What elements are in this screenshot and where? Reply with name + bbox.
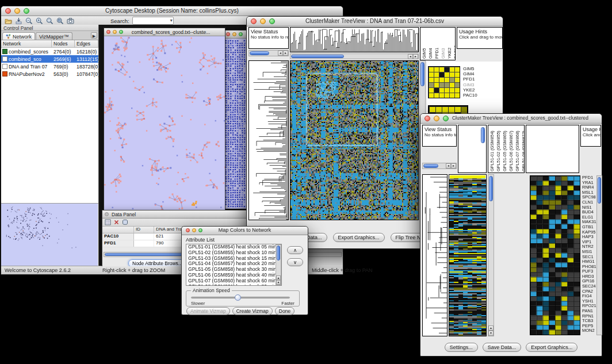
tab-vizmapper[interactable]: VizMapper™	[36, 32, 72, 40]
zoom-fit-icon[interactable]	[56, 17, 64, 25]
create-vizmap-button[interactable]: Create Vizmap	[232, 307, 273, 315]
scroll-thumb[interactable]	[598, 177, 601, 204]
gene-vscrollbar[interactable]	[596, 175, 602, 335]
tab-overflow-button[interactable]: ▶	[91, 32, 97, 39]
global-heatmap[interactable]	[290, 61, 418, 220]
network-list-item[interactable]: RNAPuberNov2563(0)107847(0)	[1, 70, 98, 78]
status-hscrollbar[interactable]: ◂ ▸	[422, 163, 457, 169]
zoom-out-icon[interactable]	[25, 17, 33, 25]
network-list-item[interactable]: combined_scores2764(0)16218(0)	[1, 48, 98, 55]
network-overview[interactable]	[1, 204, 98, 266]
close-icon[interactable]	[5, 8, 11, 14]
scroll-left-icon[interactable]: ◂	[278, 51, 283, 56]
slider-thumb[interactable]	[235, 294, 241, 301]
scroll-thumb[interactable]	[250, 51, 269, 55]
minimize-icon[interactable]	[113, 30, 117, 34]
scroll-thumb[interactable]	[481, 127, 485, 143]
zoom-row-label[interactable]: GIM3	[463, 82, 477, 87]
column-label[interactable]: PFD1	[434, 29, 439, 59]
attribute-list[interactable]: GPL51-01 (GSM854) heat shock 05 minGPL51…	[186, 244, 282, 286]
scroll-down-icon[interactable]: ▾	[488, 331, 494, 336]
scroll-thumb[interactable]	[420, 62, 424, 86]
zoom-in-icon[interactable]	[36, 17, 43, 25]
minimize-icon[interactable]	[14, 8, 20, 14]
move-down-button[interactable]: ∨	[287, 258, 303, 266]
column-label[interactable]: YKE2	[447, 29, 452, 59]
delete-attribute-icon[interactable]	[113, 219, 120, 225]
animate-vizmap-button[interactable]: Animate Vizmap	[186, 307, 230, 315]
tab-network[interactable]: Network	[2, 32, 35, 40]
column-label[interactable]: GIM5	[422, 29, 427, 59]
column-label[interactable]: GPL51-06 (GSM867)	[508, 127, 514, 171]
dialog-titlebar[interactable]: Map Colors to Network	[182, 227, 308, 235]
column-label[interactable]: GIM4	[428, 29, 433, 59]
column-dendrogram[interactable]	[290, 28, 418, 52]
close-icon[interactable]	[186, 228, 190, 232]
scroll-down-icon[interactable]: ▾	[276, 280, 281, 285]
status-hscrollbar[interactable]: ◂ ▸	[248, 50, 289, 56]
zoom-heatmap[interactable]	[530, 176, 580, 335]
scroll-thumb[interactable]	[489, 176, 493, 201]
save-data-button[interactable]: Save Data...	[483, 343, 522, 352]
import-network-icon[interactable]	[15, 17, 22, 25]
minimize-icon[interactable]	[260, 18, 266, 24]
scroll-thumb[interactable]	[423, 164, 438, 168]
column-label[interactable]: GPL51-08 (GSM872)	[521, 127, 525, 171]
row-dendrogram[interactable]	[423, 175, 447, 336]
attribute-matrix-icon[interactable]	[122, 219, 128, 225]
list-vscrollbar[interactable]: ▴ ▾	[276, 244, 281, 285]
move-up-button[interactable]: ∧	[287, 246, 303, 254]
heatmap-vscrollbar[interactable]: ▴ ▾	[488, 174, 494, 336]
network-list-item[interactable]: combined_sco2569(6)13112(15)	[1, 55, 98, 63]
network-list-item[interactable]: DNA and Tran 07769(0)183728(0)	[1, 63, 98, 70]
close-icon[interactable]	[106, 30, 110, 34]
zoom-row-label[interactable]: PFD1	[463, 76, 477, 82]
zoom-selected-icon[interactable]	[46, 17, 53, 25]
minimize-icon[interactable]	[232, 32, 236, 36]
attribute-list-item[interactable]: GPL51-08 (GSM861) heat shock 80 min	[186, 284, 281, 286]
zoom-row-label[interactable]: GIM5	[463, 66, 477, 71]
zoom-row-label[interactable]: YKE2	[463, 87, 477, 93]
treeview1-titlebar[interactable]: ClusterMaker TreeView : DNA and Tran 07-…	[247, 17, 503, 26]
maximize-icon[interactable]	[239, 32, 243, 36]
row-dendrogram[interactable]	[249, 61, 288, 220]
column-label[interactable]: GPL51-01 (GSM854)	[489, 127, 495, 171]
column-label[interactable]: GPL51-07 (GSM868)	[515, 127, 520, 171]
scroll-up-icon[interactable]: ▴	[276, 275, 281, 280]
maximize-icon[interactable]	[198, 228, 202, 232]
column-label[interactable]: GPL51-05 (GSM865)	[502, 127, 507, 171]
close-icon[interactable]	[251, 18, 257, 24]
scroll-right-icon[interactable]: ▸	[451, 163, 456, 168]
snapshot-icon[interactable]	[67, 17, 74, 25]
scroll-left-icon[interactable]: ◂	[408, 54, 413, 59]
network-canvas[interactable]	[104, 36, 225, 210]
panel-dot-icon[interactable]	[105, 212, 109, 216]
done-button[interactable]: Done	[275, 307, 294, 315]
scroll-right-icon[interactable]: ▸	[283, 51, 288, 56]
scroll-right-icon[interactable]: ▸	[413, 54, 418, 59]
zoom-matrix[interactable]	[428, 66, 460, 98]
close-icon[interactable]	[424, 116, 430, 121]
minimize-icon[interactable]	[192, 228, 196, 232]
scroll-thumb[interactable]	[291, 55, 344, 58]
main-titlebar[interactable]: Cytoscape Desktop (Session Name: collins…	[1, 6, 343, 16]
scroll-left-icon[interactable]: ◂	[446, 163, 451, 168]
global-heatmap[interactable]	[449, 175, 486, 336]
search-input[interactable]: ▾	[132, 17, 174, 25]
scroll-thumb[interactable]	[277, 246, 280, 260]
close-icon[interactable]	[226, 32, 230, 36]
column-label[interactable]: PAC10	[453, 29, 456, 59]
gene-label[interactable]: MON2	[582, 328, 596, 334]
treeview2-titlebar[interactable]: ClusterMaker TreeView : combined_scores_…	[420, 114, 602, 124]
column-label[interactable]: GPL51-02 (GSM855)	[496, 127, 501, 171]
zoom-row-label[interactable]: GIM4	[463, 71, 477, 76]
export-graphics-button[interactable]: Export Graphics...	[526, 343, 577, 352]
heatmap-hscrollbar[interactable]: ◂ ▸	[290, 53, 419, 59]
settings-button[interactable]: Settings...	[445, 343, 478, 352]
column-label[interactable]: GIM3	[441, 29, 446, 59]
network-window-titlebar[interactable]: combined_scores_good.txt--cluste...	[104, 28, 225, 36]
attribute-grid-icon[interactable]	[105, 219, 111, 225]
open-folder-icon[interactable]	[5, 17, 12, 25]
zoom-row-label[interactable]: PAC10	[463, 93, 477, 98]
minimize-icon[interactable]	[434, 116, 439, 121]
